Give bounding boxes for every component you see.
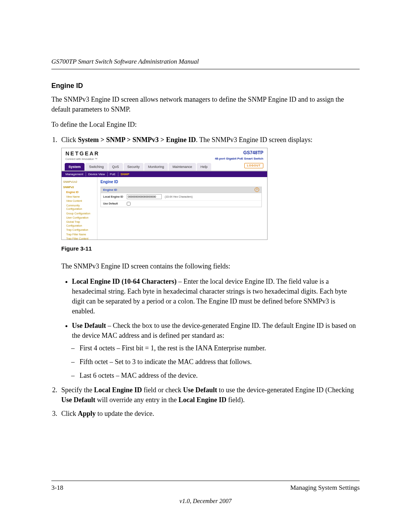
sidebar-item-trap-filter-name[interactable]: Trap Filter Name (63, 232, 96, 236)
subtab-management[interactable]: Management (65, 172, 86, 177)
use-default-sub3: Last 6 octets – MAC address of the devic… (80, 371, 360, 380)
model-subtitle: 48-port Gigabit PoE Smart Switch (215, 157, 263, 161)
logout-button[interactable]: LOGOUT (244, 163, 263, 168)
sidebar: SNMPv1/v2 SNMPv3 Engine ID View Name Vie… (62, 177, 97, 240)
use-default-sub1: First 4 octets – First bit = 1, the rest… (80, 343, 360, 353)
footer-section: Managing System Settings (290, 483, 360, 493)
tab-security[interactable]: Security (124, 163, 144, 171)
brand-tagline: Connect with Innovation ™ (65, 157, 99, 161)
local-engine-id-hint: (10-64 Hex Characters) (165, 195, 193, 199)
brand-logo: NETGEAR (65, 150, 99, 157)
fields-intro: The SNMPv3 Engine ID screen contains the… (61, 261, 360, 271)
tab-system[interactable]: System (65, 163, 84, 171)
tab-qos[interactable]: QoS (108, 163, 123, 171)
sidebar-item-view-name[interactable]: View Name (63, 195, 96, 199)
sidebar-item-group-configuration[interactable]: Group Configuration (63, 211, 96, 216)
use-default-sub2: Fifth octet – Set to 3 to indicate the M… (80, 357, 360, 367)
sidebar-item-trap-configuration[interactable]: Trap Configuration (63, 228, 96, 232)
sidebar-item-engine-id[interactable]: Engine ID (63, 190, 96, 194)
intro-paragraph: The SNMPv3 Engine ID screen allows netwo… (51, 94, 360, 114)
subtab-snmp[interactable]: SNMP (121, 172, 132, 177)
tab-monitoring[interactable]: Monitoring (144, 163, 168, 171)
local-engine-id-label: Local Engine ID (103, 195, 127, 199)
subtab-device-view[interactable]: Device View (88, 172, 108, 177)
sidebar-item-user-configuration[interactable]: User Configuration (63, 216, 96, 220)
tab-maintenance[interactable]: Maintenance (169, 163, 196, 171)
use-default-label: Use Default (103, 202, 127, 206)
secondary-tabbar: Management Device View PoE SNMP (62, 171, 267, 177)
panel-header: Engine ID ? (101, 187, 261, 193)
model-name: GS748TP (215, 150, 263, 156)
footer-version: v1.0, December 2007 (51, 497, 360, 505)
step-1: Click System > SNMP > SNMPv3 > Engine ID… (59, 135, 360, 380)
lead-paragraph: To define the Local Engine ID: (51, 120, 360, 129)
sidebar-group-snmpv3[interactable]: SNMPv3 (63, 185, 96, 189)
engine-id-panel: Engine ID ? Local Engine ID (10-64 Hex C… (100, 187, 262, 208)
primary-tabbar: System Switching QoS Security Monitoring… (62, 162, 267, 171)
sidebar-group-snmp12[interactable]: SNMPv1/v2 (63, 180, 96, 184)
use-default-checkbox[interactable] (127, 202, 131, 206)
local-engine-id-input[interactable] (127, 194, 162, 199)
step-2: Specify the Local Engine ID field or che… (59, 385, 360, 405)
field-use-default: Use Default – Check the box to use the d… (72, 321, 360, 380)
section-title: Engine ID (51, 81, 360, 91)
sidebar-item-global-trap-configuration[interactable]: Global Trap Configuration (63, 220, 96, 228)
sidebar-item-trap-filter-content[interactable]: Trap Filter Content (63, 236, 96, 240)
help-icon[interactable]: ? (255, 187, 259, 192)
tab-switching[interactable]: Switching (85, 163, 108, 171)
subtab-poe[interactable]: PoE (110, 172, 118, 177)
panel-title: Engine ID (100, 179, 266, 185)
sidebar-item-view-content[interactable]: View Content (63, 199, 96, 203)
page-number: 3-18 (51, 483, 63, 493)
sidebar-item-community-configuration[interactable]: Community Configuration (63, 203, 96, 211)
field-local-engine-id: Local Engine ID (10-64 Characters) – Ent… (72, 276, 360, 316)
step-3: Click Apply to update the device. (59, 409, 360, 419)
figure-caption: Figure 3-11 (61, 244, 360, 253)
tab-help[interactable]: Help (197, 163, 212, 171)
running-header: GS700TP Smart Switch Software Administra… (51, 57, 360, 69)
screenshot-figure: NETGEAR Connect with Innovation ™ GS748T… (61, 148, 268, 240)
